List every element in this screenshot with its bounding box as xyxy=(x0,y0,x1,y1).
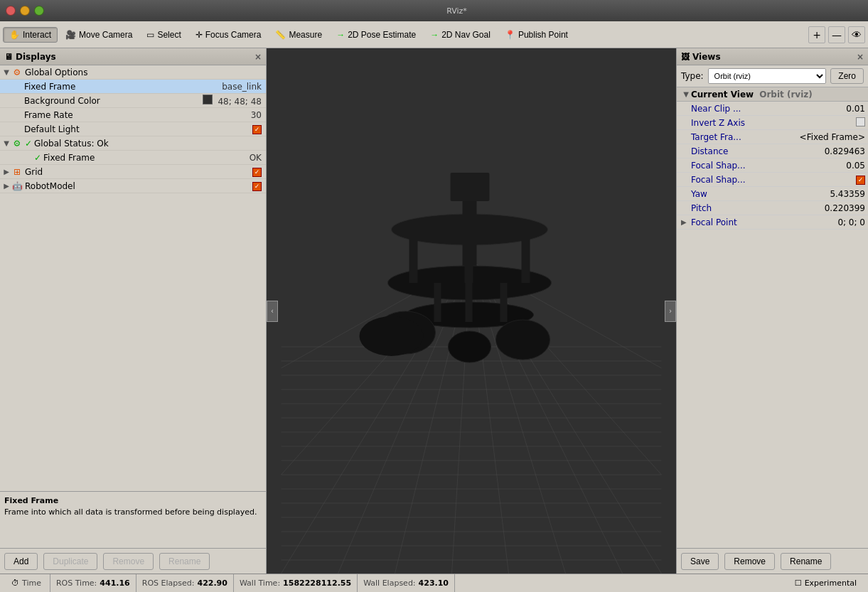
views-title: Views xyxy=(692,52,721,62)
remove-button[interactable]: Remove xyxy=(103,553,154,570)
move-camera-button[interactable]: 🎥 Move Camera xyxy=(59,27,139,43)
displays-tree[interactable]: ▼ ⚙ Global Options Fixed Frame base_link… xyxy=(0,65,266,491)
add-display-button[interactable]: + xyxy=(808,26,825,43)
grid-enabled-checkbox[interactable]: ✓ xyxy=(252,168,262,177)
global-status-row[interactable]: ▼ ⚙ ✓ Global Status: Ok xyxy=(0,136,266,151)
distance-row[interactable]: Distance 0.829463 xyxy=(677,144,868,158)
target-frame-label: Target Fra... xyxy=(691,132,800,142)
views-close[interactable]: × xyxy=(857,52,864,62)
maximize-button[interactable] xyxy=(34,6,44,16)
near-clip-value: 0.01 xyxy=(808,104,865,114)
select-button[interactable]: ▭ Select xyxy=(140,27,187,43)
svg-rect-37 xyxy=(434,283,441,322)
grid-row[interactable]: ▶ ⊞ Grid ✓ xyxy=(0,165,266,179)
views-buttons: Save Remove Rename xyxy=(677,548,868,574)
svg-rect-39 xyxy=(466,283,473,322)
default-light-checkbox[interactable]: ✓ xyxy=(252,125,262,134)
invert-z-checkbox[interactable] xyxy=(856,117,865,127)
ros-time-label: ROS Time: xyxy=(56,578,97,588)
invert-z-row[interactable]: Invert Z Axis xyxy=(677,116,868,130)
window-controls[interactable] xyxy=(6,6,44,16)
toolbar-minus-button[interactable]: — xyxy=(828,26,845,43)
current-view-expand: ▼ xyxy=(681,90,691,98)
camera-icon: 🎥 xyxy=(65,30,76,40)
scene-svg xyxy=(267,48,676,574)
background-color-value: 48; 48; 48 xyxy=(203,95,262,107)
measure-button[interactable]: 📏 Measure xyxy=(269,27,328,43)
svg-point-43 xyxy=(360,316,424,356)
views-rename-button[interactable]: Rename xyxy=(781,553,831,570)
svg-rect-38 xyxy=(500,283,508,322)
statusbar: ⏱ Time ROS Time: 441.16 ROS Elapsed: 422… xyxy=(0,574,868,592)
default-light-row[interactable]: Default Light ✓ xyxy=(0,122,266,136)
ros-elapsed-section: ROS Elapsed: 422.90 xyxy=(136,574,234,592)
rename-button[interactable]: Rename xyxy=(159,553,210,570)
publish-point-button[interactable]: 📍 Publish Point xyxy=(498,27,574,43)
titlebar: RViz* xyxy=(0,0,868,21)
experimental-section: ☐ Experimental xyxy=(789,574,862,592)
wall-elapsed-value: 423.10 xyxy=(419,578,449,588)
displays-close[interactable]: × xyxy=(254,52,262,62)
interact-button[interactable]: ✋ Interact xyxy=(3,27,58,43)
toolbar-right: + — 👁 xyxy=(808,26,865,43)
global-options-row[interactable]: ▼ ⚙ Global Options xyxy=(0,65,266,80)
views-header: 🖼 Views × xyxy=(677,48,868,65)
views-remove-button[interactable]: Remove xyxy=(724,553,775,570)
ros-time-value: 441.16 xyxy=(100,578,129,588)
svg-rect-34 xyxy=(522,230,530,283)
zero-button[interactable]: Zero xyxy=(830,68,864,84)
description-box: Fixed Frame Frame into which all data is… xyxy=(0,491,266,548)
type-select[interactable]: Orbit (rviz) xyxy=(708,68,827,84)
pose-icon: → xyxy=(336,30,345,40)
background-color-label: Background Color xyxy=(24,96,203,106)
yaw-row[interactable]: Yaw 5.43359 xyxy=(677,187,868,201)
type-label: Type: xyxy=(681,71,704,81)
default-light-label: Default Light xyxy=(24,124,252,134)
robot-model-enabled-checkbox[interactable]: ✓ xyxy=(252,182,262,191)
focal-shape2-row[interactable]: Focal Shap... ✓ xyxy=(677,173,868,187)
frame-rate-row[interactable]: Frame Rate 30 xyxy=(0,108,266,122)
add-button[interactable]: Add xyxy=(4,553,38,570)
displays-icon: 🖥 xyxy=(4,52,13,62)
nav-goal-button[interactable]: → 2D Nav Goal xyxy=(424,27,497,43)
fixed-frame-row[interactable]: Fixed Frame base_link xyxy=(0,80,266,94)
fixed-frame-value: base_link xyxy=(222,82,262,92)
background-color-row[interactable]: Background Color 48; 48; 48 xyxy=(0,94,266,108)
time-label: Time xyxy=(22,578,41,588)
time-section: ⏱ Time xyxy=(6,574,50,592)
close-button[interactable] xyxy=(6,6,16,16)
wall-time-section: Wall Time: 1582228112.55 xyxy=(234,574,358,592)
pose-estimate-button[interactable]: → 2D Pose Estimate xyxy=(330,27,422,43)
focal-shape1-label: Focal Shap... xyxy=(691,161,808,171)
focal-shape1-row[interactable]: Focal Shap... 0.05 xyxy=(677,158,868,173)
robot-model-label: RobotModel xyxy=(25,181,252,191)
current-view-type: Orbit (rviz) xyxy=(759,90,813,99)
focal-point-row[interactable]: ▶ Focal Point 0; 0; 0 xyxy=(677,215,868,230)
current-view-header[interactable]: ▼ Current View Orbit (rviz) xyxy=(677,87,868,102)
left-chevron-icon: ‹ xyxy=(271,307,274,315)
target-frame-row[interactable]: Target Fra... <Fixed Frame> xyxy=(677,130,868,144)
viewport[interactable]: ‹ › xyxy=(267,48,676,574)
viewport-right-arrow[interactable]: › xyxy=(665,301,676,322)
robot-model-row[interactable]: ▶ 🤖 RobotModel ✓ xyxy=(0,179,266,193)
viewport-left-arrow[interactable]: ‹ xyxy=(267,301,278,322)
pitch-row[interactable]: Pitch 0.220399 xyxy=(677,201,868,215)
global-status-expand: ▼ xyxy=(1,139,11,147)
experimental-checkbox[interactable]: ☐ xyxy=(795,578,802,588)
focus-camera-button[interactable]: ✛ Focus Camera xyxy=(189,27,268,43)
views-save-button[interactable]: Save xyxy=(681,553,719,570)
global-status-icon: ⚙ xyxy=(11,138,23,149)
current-view-label: Current View xyxy=(691,90,754,99)
focus-icon: ✛ xyxy=(195,30,203,40)
time-icon: ⏱ xyxy=(11,578,19,588)
focal-shape2-checkbox[interactable]: ✓ xyxy=(856,176,865,185)
status-fixed-frame-row[interactable]: ✓ Fixed Frame OK xyxy=(0,151,266,165)
duplicate-button[interactable]: Duplicate xyxy=(43,553,97,570)
eye-menu-button[interactable]: 👁 xyxy=(848,26,865,43)
ros-elapsed-label: ROS Elapsed: xyxy=(142,578,195,588)
focal-shape2-label: Focal Shap... xyxy=(691,175,808,185)
minimize-button[interactable] xyxy=(20,6,30,16)
near-clip-row[interactable]: Near Clip ... 0.01 xyxy=(677,102,868,116)
ros-time-section: ROS Time: 441.16 xyxy=(50,574,136,592)
focal-shape2-value: ✓ xyxy=(808,174,865,185)
